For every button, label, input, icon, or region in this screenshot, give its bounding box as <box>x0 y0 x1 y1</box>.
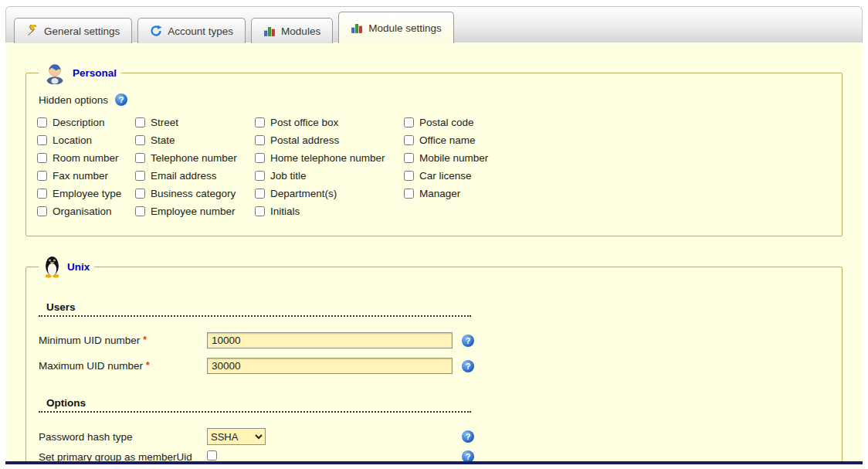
hidden-option[interactable]: Telephone number <box>135 152 255 164</box>
tab-modules[interactable]: Modules <box>251 18 333 43</box>
maximum-uid-input[interactable] <box>207 358 453 374</box>
hidden-option[interactable]: Organisation <box>37 206 135 217</box>
modules-icon <box>263 25 276 37</box>
hidden-option[interactable]: Home telephone number <box>255 152 404 164</box>
checkbox-label: Location <box>53 134 92 146</box>
hidden-options-row: Hidden options ? <box>39 93 832 106</box>
hidden-option[interactable]: Mobile number <box>404 152 574 164</box>
field-label: Set primary group as memberUid <box>39 451 207 463</box>
member-uid-checkbox[interactable] <box>207 450 217 461</box>
hidden-option[interactable]: Office name <box>404 134 574 146</box>
field-label: Minimum UID number* <box>39 335 207 346</box>
checkbox[interactable] <box>135 206 145 216</box>
checkbox-label: Job title <box>270 170 307 182</box>
checkbox[interactable] <box>404 153 414 163</box>
checkbox[interactable] <box>404 189 414 199</box>
checkbox-label: Home telephone number <box>270 152 385 164</box>
hidden-option[interactable]: Room number <box>37 152 135 164</box>
required-marker: * <box>146 360 150 371</box>
checkbox[interactable] <box>404 135 414 145</box>
checkbox-label: Car license <box>419 170 472 182</box>
tab-account-types[interactable]: Account types <box>137 18 246 43</box>
checkbox[interactable] <box>135 189 145 199</box>
checkbox[interactable] <box>255 206 265 216</box>
checkbox[interactable] <box>37 117 47 127</box>
checkbox-label: Room number <box>53 152 119 164</box>
help-icon[interactable]: ? <box>462 360 474 372</box>
checkbox-label: Business category <box>151 188 236 199</box>
hidden-option[interactable]: Department(s) <box>255 188 404 199</box>
tab-label: Module settings <box>368 22 442 34</box>
checkbox-label: Organisation <box>53 206 112 217</box>
password-hash-select[interactable]: SSHA <box>207 428 266 445</box>
hidden-option[interactable]: Street <box>135 117 255 128</box>
help-icon[interactable]: ? <box>462 335 474 347</box>
checkbox[interactable] <box>255 189 265 199</box>
hidden-option[interactable]: Postal code <box>404 117 574 128</box>
help-icon[interactable]: ? <box>462 430 474 443</box>
checkbox-label: Office name <box>419 134 476 146</box>
checkbox[interactable] <box>135 153 145 163</box>
checkbox[interactable] <box>37 135 47 145</box>
hidden-option[interactable]: Manager <box>404 188 574 199</box>
hidden-option[interactable]: Employee number <box>135 206 255 217</box>
unix-section: Unix Users Minimum UID number* ? Maximum… <box>25 255 843 464</box>
checkbox[interactable] <box>135 171 145 181</box>
users-subheader: Users <box>39 301 471 317</box>
checkbox-label: Description <box>53 117 105 128</box>
help-icon[interactable]: ? <box>115 93 127 106</box>
hidden-option[interactable]: State <box>135 134 255 146</box>
tab-label: General settings <box>44 25 120 37</box>
checkbox-label: Post office box <box>270 117 338 128</box>
checkbox-label: State <box>151 134 175 146</box>
checkbox[interactable] <box>255 153 265 163</box>
hidden-option[interactable]: Postal address <box>255 134 404 146</box>
page: General settings Account types Modules M… <box>0 0 868 464</box>
form-row: Minimum UID number* ? <box>39 332 832 348</box>
unix-legend: Unix <box>39 255 94 278</box>
hidden-option[interactable]: Email address <box>135 170 255 182</box>
person-icon <box>43 61 66 84</box>
hidden-option[interactable]: Post office box <box>255 117 404 128</box>
minimum-uid-input[interactable] <box>207 332 453 348</box>
checkbox-label: Fax number <box>53 170 108 182</box>
tab-bar: General settings Account types Modules M… <box>5 6 863 42</box>
checkbox[interactable] <box>255 135 265 145</box>
checkbox-label: Department(s) <box>270 188 337 199</box>
hidden-option[interactable]: Job title <box>255 170 404 182</box>
tab-label: Modules <box>281 25 320 37</box>
checkbox-label: Telephone number <box>151 152 237 164</box>
hidden-option[interactable]: Description <box>37 117 135 128</box>
tab-label: Account types <box>168 25 233 37</box>
checkbox[interactable] <box>404 171 414 181</box>
hidden-option[interactable]: Car license <box>404 170 574 182</box>
hidden-option[interactable]: Initials <box>255 206 404 217</box>
help-icon[interactable]: ? <box>462 450 474 463</box>
checkbox[interactable] <box>404 117 414 127</box>
checkbox-label: Email address <box>151 170 217 182</box>
section-title: Unix <box>67 261 90 273</box>
checkbox[interactable] <box>37 153 47 163</box>
hidden-option[interactable]: Employee type <box>37 188 135 199</box>
form-row: Maximum UID number* ? <box>39 358 832 374</box>
checkbox[interactable] <box>255 171 265 181</box>
checkbox-label: Manager <box>419 188 460 199</box>
tab-general-settings[interactable]: General settings <box>14 18 132 43</box>
checkbox[interactable] <box>37 189 47 199</box>
hidden-option[interactable]: Fax number <box>37 170 135 182</box>
checkbox-label: Employee number <box>151 206 236 217</box>
tab-module-settings[interactable]: Module settings <box>338 12 454 43</box>
hidden-option[interactable]: Business category <box>135 188 255 199</box>
checkbox-label: Employee type <box>53 188 121 199</box>
hidden-options-label: Hidden options <box>39 94 108 106</box>
checkbox[interactable] <box>135 135 145 145</box>
hidden-option[interactable]: Location <box>37 134 135 146</box>
checkbox[interactable] <box>37 171 47 181</box>
checkbox-label: Street <box>151 117 178 128</box>
module-settings-panel: Personal Hidden options ? Description St… <box>5 42 863 464</box>
field-label: Password hash type <box>39 431 207 443</box>
checkbox[interactable] <box>37 206 47 216</box>
checkbox[interactable] <box>255 117 265 127</box>
checkbox[interactable] <box>135 117 145 127</box>
tux-penguin-icon <box>43 255 61 278</box>
